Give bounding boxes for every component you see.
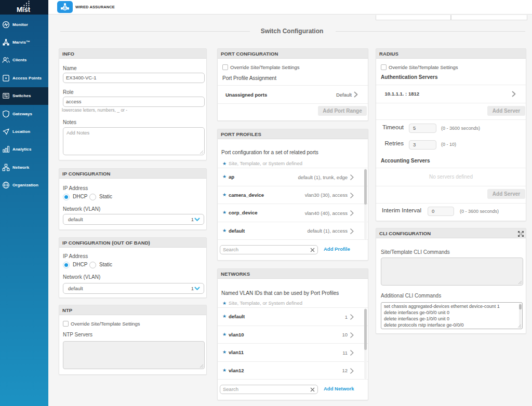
svg-text:Mist: Mist (17, 6, 31, 13)
